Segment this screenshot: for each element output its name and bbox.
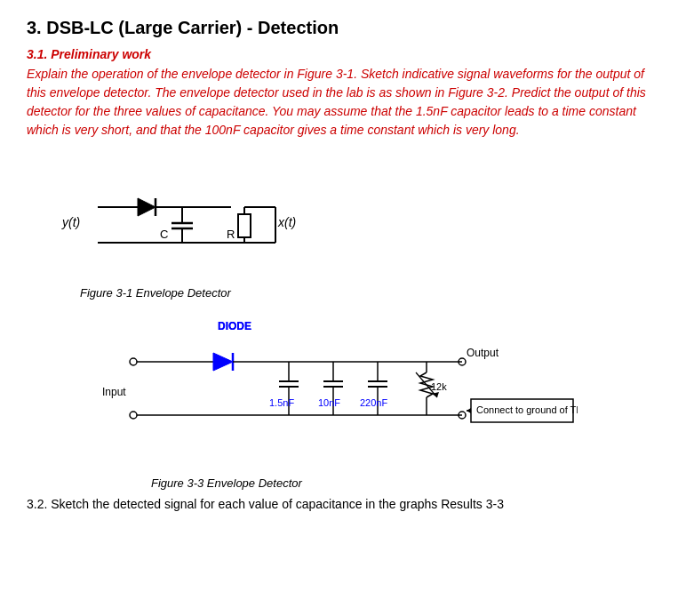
circuit1-svg: y(t) C R	[53, 163, 338, 278]
svg-point-17	[130, 412, 137, 419]
circuit2-svg: DIODE DIODE Input Output	[80, 317, 578, 468]
description-text: Explain the operation of the envelope de…	[27, 65, 651, 140]
svg-rect-11	[238, 214, 251, 237]
svg-point-16	[130, 358, 137, 365]
res-label-text: 12k	[431, 381, 447, 392]
cap3-label-text: 220nF	[360, 397, 387, 408]
figure2-container: DIODE DIODE Input Output	[27, 308, 651, 490]
circuit2: DIODE DIODE Input Output	[80, 317, 578, 471]
figure1-caption: Figure 3-1 Envelope Detector	[80, 286, 231, 300]
figure2-caption: Figure 3-3 Envelope Detector	[151, 476, 302, 490]
r-label: R	[227, 228, 235, 241]
circuit1: y(t) C R	[53, 163, 338, 281]
figure1-container: y(t) C R	[27, 154, 651, 300]
svg-marker-44	[467, 408, 471, 413]
input-label-text: Input	[102, 386, 126, 398]
yt-label: y(t)	[61, 215, 80, 229]
svg-marker-19	[213, 353, 233, 371]
cap2-label-text: 10nF	[318, 397, 340, 408]
output-label-text: Output	[467, 347, 499, 359]
svg-text:DIODE: DIODE	[218, 320, 251, 332]
section-label: 3.1. Preliminary work	[27, 47, 651, 61]
bottom-text: 3.2. Sketch the detected signal for each…	[27, 497, 651, 511]
page-title: 3. DSB-LC (Large Carrier) - Detection	[27, 18, 651, 38]
connect-label-text: Connect to ground of TIMs	[476, 404, 578, 415]
svg-marker-2	[138, 198, 156, 216]
cap1-label-text: 1.5nF	[269, 397, 294, 408]
c-label: C	[160, 228, 168, 241]
xt-label: x(t)	[277, 215, 296, 229]
